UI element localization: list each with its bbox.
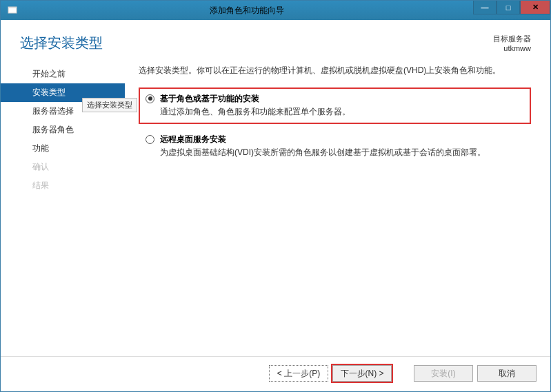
sidebar-item-results: 结果 [1,176,125,195]
option-title: 远程桌面服务安装 [160,134,524,145]
wizard-window: 添加角色和功能向导 — □ ✕ 选择安装类型 目标服务器 utkmww 开始之前… [0,0,551,392]
option-desc: 通过添加角色、角色服务和功能来配置单个服务器。 [160,106,524,118]
main-panel: 选择安装类型。你可以在正在运行的物理计算机、虚拟机或脱机虚拟硬盘(VHD)上安装… [125,61,550,356]
page-title: 选择安装类型 [20,34,103,52]
sidebar-item-confirmation: 确认 [1,158,125,176]
svg-rect-1 [8,7,17,8]
option-title: 基于角色或基于功能的安装 [160,93,524,105]
sidebar-item-features[interactable]: 功能 [1,139,125,158]
radio-role-based[interactable] [146,94,154,103]
footer-gap [396,365,410,382]
sidebar-item-before-you-begin[interactable]: 开始之前 [1,65,125,83]
installation-type-options: 基于角色或基于功能的安装 通过添加角色、角色服务和功能来配置单个服务器。 远程桌… [139,87,531,166]
sidebar-tooltip: 选择安装类型 [82,98,137,112]
next-button[interactable]: 下一步(N) > [332,365,392,382]
radio-remote-desktop[interactable] [146,135,154,144]
option-role-based-install[interactable]: 基于角色或基于功能的安装 通过添加角色、角色服务和功能来配置单个服务器。 [139,87,531,125]
header-area: 选择安装类型 目标服务器 utkmww [1,20,550,61]
titlebar[interactable]: 添加角色和功能向导 — □ ✕ [1,1,550,20]
body-area: 开始之前 安装类型 服务器选择 服务器角色 功能 确认 结果 选择安装类型 选择… [1,61,550,356]
sidebar-item-server-roles[interactable]: 服务器角色 [1,121,125,139]
option-remote-desktop-install[interactable]: 远程桌面服务安装 为虚拟桌面基础结构(VDI)安装所需的角色服务以创建基于虚拟机… [139,128,531,165]
install-button: 安装(I) [414,365,473,382]
previous-button[interactable]: < 上一步(P) [269,365,328,382]
window-title: 添加角色和功能向导 [20,5,473,17]
instruction-text: 选择安装类型。你可以在正在运行的物理计算机、虚拟机或脱机虚拟硬盘(VHD)上安装… [139,65,531,76]
maximize-button[interactable]: □ [497,1,520,14]
target-server-info: 目标服务器 utkmww [493,34,531,54]
option-text: 基于角色或基于功能的安装 通过添加角色、角色服务和功能来配置单个服务器。 [160,93,524,118]
target-server-name: utkmww [493,43,531,53]
cancel-button[interactable]: 取消 [477,365,537,382]
content-area: 选择安装类型 目标服务器 utkmww 开始之前 安装类型 服务器选择 服务器角… [1,20,550,391]
minimize-button[interactable]: — [473,1,497,14]
wizard-sidebar: 开始之前 安装类型 服务器选择 服务器角色 功能 确认 结果 选择安装类型 [1,61,125,356]
target-server-label: 目标服务器 [493,34,531,43]
close-button[interactable]: ✕ [520,1,550,14]
option-text: 远程桌面服务安装 为虚拟桌面基础结构(VDI)安装所需的角色服务以创建基于虚拟机… [160,134,524,158]
option-desc: 为虚拟桌面基础结构(VDI)安装所需的角色服务以创建基于虚拟机或基于会话的桌面部… [160,147,524,158]
wizard-footer: < 上一步(P) 下一步(N) > 安装(I) 取消 [1,356,550,391]
app-icon [5,3,20,18]
window-controls: — □ ✕ [473,1,550,20]
